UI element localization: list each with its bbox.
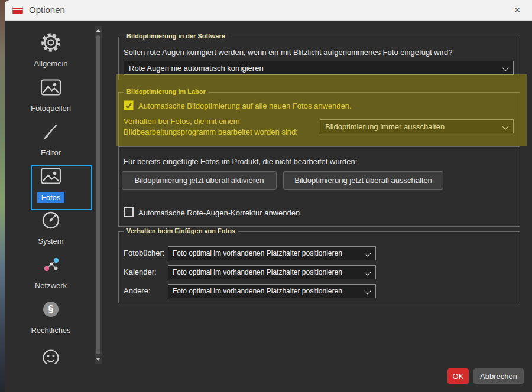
sidebar-item-netzwerk[interactable]: Netzwerk [14, 253, 87, 290]
sidebar-scrollbar[interactable] [95, 26, 102, 364]
andere-label: Andere: [124, 286, 151, 295]
auto-optimize-label: Automatische Bildoptimierung auf alle ne… [138, 102, 352, 110]
titlebar: Optionen × [5, 0, 532, 21]
scrollbar-thumb[interactable] [96, 35, 100, 354]
check-icon [124, 101, 133, 110]
options-dialog: Optionen × Allgemein [5, 0, 532, 392]
deactivate-everywhere-button[interactable]: Bildoptimierung jetzt überall ausschalte… [283, 171, 443, 190]
edited-behavior-label-line1: Verhalten bei Fotos, die mit einem [124, 117, 240, 126]
screen: Optionen × Allgemein [0, 0, 532, 392]
redeye-dropdown[interactable]: Rote Augen nie automatisch korrigieren [124, 61, 514, 75]
gear-icon [14, 31, 87, 54]
kalender-label: Kalender: [124, 267, 157, 276]
sidebar-item-fotos[interactable]: Fotos [14, 164, 87, 203]
window-title: Optionen [29, 5, 65, 15]
sidebar-item-label: System [14, 237, 87, 246]
sidebar-item-label: Fotoquellen [14, 104, 87, 113]
fotobuecher-dropdown[interactable]: Foto optimal im vorhandenen Platzhalter … [168, 246, 376, 260]
sidebar-item-label: Editor [14, 148, 87, 158]
app-logo-icon [12, 6, 23, 14]
redeye-correction-checkbox[interactable] [124, 207, 134, 217]
selected-label-highlight: Fotos [37, 192, 65, 203]
ok-button[interactable]: OK [447, 368, 469, 384]
sidebar-item-fotoquellen[interactable]: Fotoquellen [14, 76, 87, 113]
group-title: Bildoptimierung im Labor [124, 88, 209, 95]
sidebar-item-feedback[interactable] [14, 347, 87, 364]
sidebar-item-system[interactable]: System [14, 208, 87, 246]
paragraph-icon: § [14, 298, 87, 321]
edited-behavior-label-line2: Bildbearbeitungsprogramm bearbeitet word… [124, 128, 298, 136]
photo-icon [14, 76, 87, 99]
group-software-optimization: Bildoptimierung in der Software Sollen r… [118, 37, 520, 80]
group-lab-optimization: Bildoptimierung im Labor Automatische Bi… [118, 92, 520, 227]
pen-icon [14, 120, 87, 143]
chevron-down-icon [502, 64, 508, 71]
auto-optimize-checkbox[interactable] [124, 100, 134, 110]
redeye-correction-label: Automatische Rote-Augen-Korrektur anwend… [138, 208, 302, 217]
scroll-up-icon[interactable] [96, 29, 100, 32]
scroll-down-icon[interactable] [96, 358, 100, 361]
group-title: Bildoptimierung in der Software [124, 32, 228, 40]
chevron-down-icon [364, 288, 371, 294]
existing-photos-text: Für bereits eingefügte Fotos im Produkt,… [124, 157, 357, 166]
sidebar-item-allgemein[interactable]: Allgemein [14, 31, 87, 68]
activate-everywhere-button[interactable]: Bildoptimierung jetzt überall aktivieren [122, 171, 277, 190]
sidebar-item-label: Allgemein [14, 59, 87, 68]
sidebar-item-label: Netzwerk [14, 281, 87, 290]
divider [119, 146, 520, 147]
sidebar-item-rechtliches[interactable]: § Rechtliches [14, 298, 87, 335]
sidebar-item-label: Rechtliches [14, 326, 87, 335]
close-icon[interactable]: × [510, 2, 525, 18]
gauge-icon [14, 208, 87, 232]
chevron-down-icon [364, 269, 371, 275]
sidebar: Allgemein Fotoquellen [8, 26, 102, 364]
andere-dropdown[interactable]: Foto optimal im vorhandenen Platzhalter … [168, 284, 376, 298]
sidebar-item-label: Fotos [14, 192, 87, 203]
kalender-dropdown[interactable]: Foto optimal im vorhandenen Platzhalter … [168, 265, 376, 279]
fotobuecher-label: Fotobücher: [124, 249, 164, 257]
sidebar-item-editor[interactable]: Editor [14, 120, 87, 158]
photo-icon [14, 164, 87, 188]
cancel-button[interactable]: Abbrechen [473, 368, 524, 384]
edited-behavior-dropdown[interactable]: Bildoptimierung immer ausschalten [320, 119, 514, 133]
smiley-icon [14, 347, 87, 364]
chevron-down-icon [502, 123, 508, 129]
chevron-down-icon [364, 250, 371, 256]
group-insert-behavior: Verhalten beim Einfügen von Fotos Fotobü… [118, 231, 520, 303]
group-title: Verhalten beim Einfügen von Fotos [124, 227, 238, 234]
redeye-question-text: Sollen rote Augen korrigiert werden, wen… [124, 48, 452, 57]
network-icon [14, 253, 87, 276]
